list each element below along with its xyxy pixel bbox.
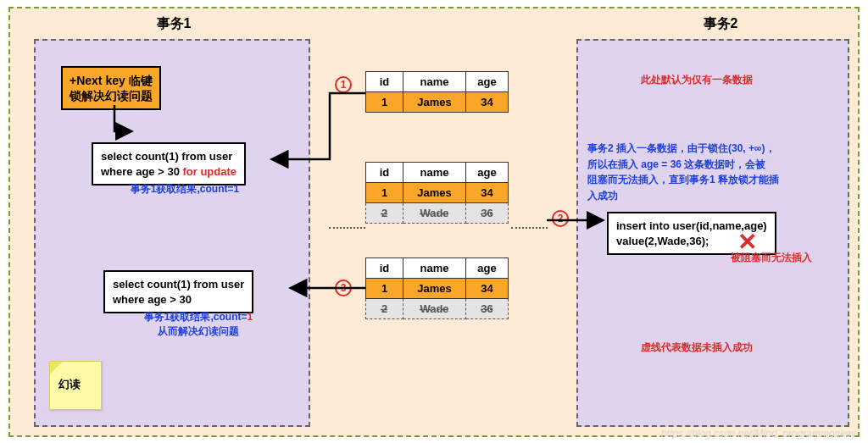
key-lock-line1: +Next key 临键 (70, 74, 153, 87)
table-row: 1 James 34 (366, 92, 509, 113)
sql3-caption: 事务1获取结果,count=1 从而解决幻读问题 (105, 310, 292, 340)
sql1-for-update: for update (182, 165, 236, 178)
th-id: id (366, 72, 403, 92)
key-lock-line2: 锁解决幻读问题 (70, 89, 153, 102)
insert-blocked-note: 被阻塞而无法插入 (731, 251, 812, 265)
tx1-title: 事务1 (123, 15, 225, 33)
tx2-bottom-note: 虚线代表数据未插入成功 (641, 341, 753, 355)
table-row: 1 James 34 (366, 183, 509, 203)
insert-line2: value(2,Wade,36); (616, 235, 709, 247)
sql1-line2a: where age > 30 (101, 165, 182, 178)
table-2: id name age 1 James 34 2 Wade 36 (365, 162, 509, 224)
th-name: name (403, 72, 466, 92)
sticky-note: 幻读 (49, 361, 102, 410)
table-row-pending: 2 Wade 36 (366, 299, 509, 319)
step-1: 1 (335, 76, 352, 93)
sticky-text: 幻读 (58, 378, 81, 390)
sql3-line1: select count(1) from user (113, 278, 244, 291)
table-3: id name age 1 James 34 2 Wade 36 (365, 257, 509, 319)
tx2-explain: 事务2 插入一条数据，由于锁住(30, +∞)， 所以在插入 age = 36 … (587, 141, 845, 203)
th-age: age (466, 72, 509, 92)
sql-box-1: select count(1) from user where age > 30… (92, 142, 246, 186)
sql1-line1: select count(1) from user (101, 150, 232, 163)
table2-dotted-left (329, 227, 365, 229)
tx2-top-note: 此处默认为仅有一条数据 (641, 73, 753, 87)
sql3-line2: where age > 30 (113, 293, 192, 306)
next-key-lock-banner: +Next key 临键 锁解决幻读问题 (61, 66, 161, 110)
table-row-pending: 2 Wade 36 (366, 203, 509, 224)
watermark: https://blog.csdn.net/Mind_programmonkey (661, 428, 856, 440)
sql1-caption: 事务1获取结果,count=1 (92, 182, 278, 197)
table2-dotted-right (511, 227, 548, 229)
step-3: 3 (335, 280, 352, 296)
sql-box-3: select count(1) from user where age > 30 (103, 270, 253, 313)
table-row: 1 James 34 (366, 279, 509, 299)
tx2-title: 事务2 (670, 15, 771, 33)
table-header-row: id name age (366, 72, 509, 92)
table-1: id name age 1 James 34 (365, 71, 509, 113)
step-2: 2 (552, 210, 569, 227)
